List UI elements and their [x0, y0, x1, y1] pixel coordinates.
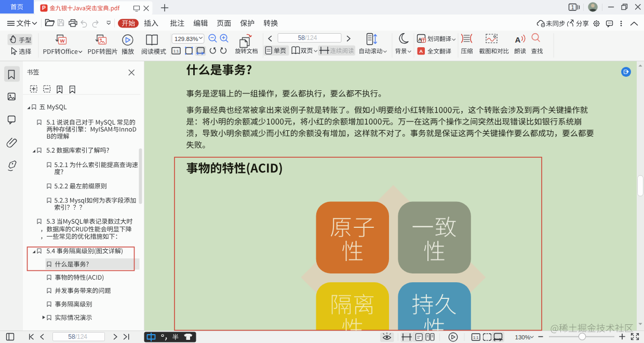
svg-text:58: 58	[68, 333, 75, 340]
svg-text:A: A	[419, 48, 423, 54]
svg-text:1:1: 1:1	[173, 49, 179, 53]
svg-text:A: A	[515, 35, 521, 44]
svg-text:A: A	[418, 37, 422, 42]
svg-text:/124: /124	[305, 34, 317, 42]
svg-text:58: 58	[298, 34, 305, 42]
svg-text:130%: 130%	[515, 334, 530, 340]
svg-text:1: 1	[571, 5, 574, 10]
svg-text:P: P	[42, 5, 46, 11]
svg-text:129.83%: 129.83%	[175, 36, 198, 42]
svg-text:1:1: 1:1	[473, 335, 478, 340]
svg-text:W: W	[60, 38, 65, 44]
svg-text:/124: /124	[75, 333, 88, 340]
